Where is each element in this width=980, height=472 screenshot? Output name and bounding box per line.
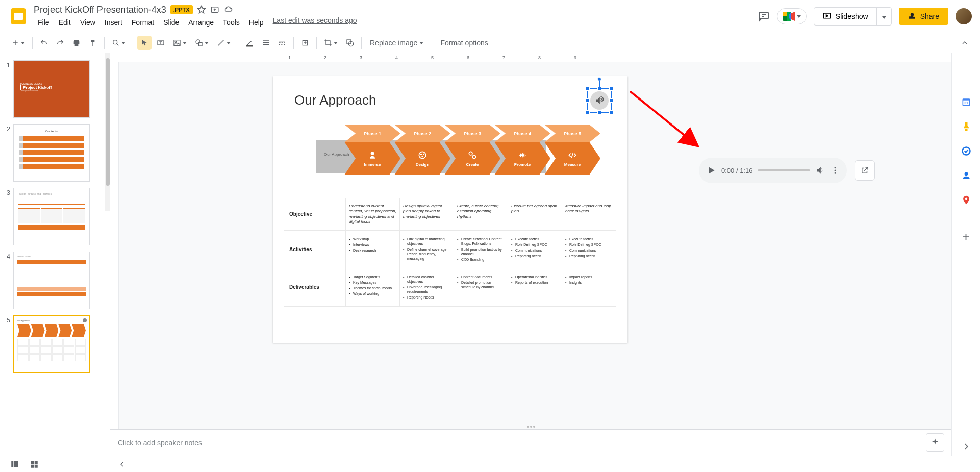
menu-help[interactable]: Help xyxy=(245,16,268,29)
keep-icon[interactable] xyxy=(961,121,971,132)
meet-button[interactable] xyxy=(777,8,807,24)
svg-point-11 xyxy=(196,40,200,44)
menu-edit[interactable]: Edit xyxy=(55,16,75,29)
filmstrip-view-icon[interactable] xyxy=(10,460,19,469)
shape-tool[interactable] xyxy=(192,36,212,50)
svg-rect-35 xyxy=(14,461,18,467)
slide-thumb-1[interactable]: 1 BUSINESS DECKS Project Kickoff Lorem i… xyxy=(5,60,110,118)
audio-track[interactable] xyxy=(758,169,810,171)
svg-point-20 xyxy=(423,154,424,155)
user-avatar[interactable] xyxy=(956,8,972,24)
audio-object[interactable] xyxy=(590,91,609,110)
svg-rect-6 xyxy=(909,16,912,16)
collapse-toolbar-button[interactable] xyxy=(958,36,972,50)
svg-point-22 xyxy=(469,152,472,155)
svg-point-23 xyxy=(472,155,476,159)
toolbar: Replace image Format options xyxy=(0,33,980,53)
new-slide-button[interactable] xyxy=(8,36,28,50)
header: Project KickOff Presentation-4x3 .PPTX F… xyxy=(0,0,980,33)
notes-placeholder: Click to add speaker notes xyxy=(118,439,202,447)
paint-format-button[interactable] xyxy=(86,36,100,50)
menu-view[interactable]: View xyxy=(76,16,99,29)
speaker-notes[interactable]: Click to add speaker notes xyxy=(110,429,952,456)
popout-button[interactable] xyxy=(855,160,875,181)
tasks-icon[interactable] xyxy=(961,146,971,156)
border-weight-button[interactable] xyxy=(259,36,273,50)
slide-thumb-5[interactable]: 5 Our Approach xyxy=(5,315,110,373)
mask-button[interactable] xyxy=(343,36,357,50)
textbox-tool[interactable] xyxy=(154,36,168,50)
border-dash-button[interactable] xyxy=(275,36,289,50)
move-icon[interactable] xyxy=(210,5,219,14)
select-tool[interactable] xyxy=(137,36,152,50)
doc-title[interactable]: Project KickOff Presentation-4x3 xyxy=(34,5,166,15)
slide-canvas[interactable]: Our Approach Our Approach Phase 1 Immers… xyxy=(273,76,627,343)
slide-title[interactable]: Our Approach xyxy=(294,92,376,108)
menu-bar: File Edit View Insert Format Slide Arran… xyxy=(34,16,758,29)
star-icon[interactable] xyxy=(197,5,206,14)
comments-icon[interactable] xyxy=(758,10,770,22)
slides-logo[interactable] xyxy=(8,6,29,27)
menu-arrange[interactable]: Arrange xyxy=(184,16,218,29)
share-label: Share xyxy=(920,12,939,20)
audio-player: 0:00 / 1:16 xyxy=(699,158,847,183)
undo-button[interactable] xyxy=(37,36,51,50)
rotate-handle[interactable] xyxy=(597,77,601,81)
format-options-button[interactable]: Format options xyxy=(436,37,492,49)
menu-slide[interactable]: Slide xyxy=(159,16,183,29)
print-button[interactable] xyxy=(69,36,84,50)
phase-5[interactable]: Phase 5 Measure xyxy=(544,125,600,188)
sidepanel-collapse-icon[interactable] xyxy=(961,441,971,452)
slide-thumb-3[interactable]: 3 Project Purpose and Priorities xyxy=(5,188,110,245)
svg-rect-38 xyxy=(31,464,34,467)
menu-file[interactable]: File xyxy=(34,16,54,29)
volume-icon[interactable] xyxy=(815,165,825,176)
bottom-bar xyxy=(0,456,980,472)
svg-text:31: 31 xyxy=(964,101,968,105)
svg-rect-39 xyxy=(35,464,38,467)
crop-button[interactable] xyxy=(321,36,341,50)
cloud-icon[interactable] xyxy=(223,5,233,14)
calendar-icon[interactable]: 31 xyxy=(961,97,971,107)
slide-thumb-4[interactable]: 4 Project Charter xyxy=(5,252,110,309)
phase-2[interactable]: Phase 2 Design xyxy=(394,125,450,188)
filmstrip[interactable]: 1 BUSINESS DECKS Project Kickoff Lorem i… xyxy=(0,53,110,472)
image-tool[interactable] xyxy=(170,36,190,50)
phase-3[interactable]: Phase 3 Create xyxy=(444,125,500,188)
maps-icon[interactable] xyxy=(961,195,971,205)
audio-more-icon[interactable] xyxy=(831,166,840,175)
approach-matrix[interactable]: Objective Understand current context, va… xyxy=(284,198,616,307)
explore-button[interactable] xyxy=(926,433,944,452)
line-tool[interactable] xyxy=(214,36,234,50)
slideshow-button[interactable]: Slideshow xyxy=(814,8,877,25)
selection-box xyxy=(587,88,612,113)
border-color-button[interactable] xyxy=(242,36,257,50)
notes-resize-handle[interactable] xyxy=(527,426,535,428)
slideshow-dropdown[interactable] xyxy=(877,8,891,25)
svg-point-7 xyxy=(113,40,117,44)
contacts-icon[interactable] xyxy=(961,170,971,181)
workspace: 1 BUSINESS DECKS Project Kickoff Lorem i… xyxy=(0,53,980,472)
replace-image-button[interactable]: Replace image xyxy=(366,37,428,49)
svg-line-24 xyxy=(630,91,696,145)
last-edit-link[interactable]: Last edit was seconds ago xyxy=(273,16,357,29)
svg-point-32 xyxy=(964,172,968,176)
zoom-button[interactable] xyxy=(109,36,129,50)
svg-rect-13 xyxy=(246,45,253,46)
share-button[interactable]: Share xyxy=(899,8,948,25)
canvas-area[interactable]: 123 456 789 Our Approach Our Approach Ph… xyxy=(110,53,980,472)
play-button[interactable] xyxy=(706,165,716,176)
phase-4[interactable]: Phase 4 Promote xyxy=(494,125,550,188)
svg-rect-9 xyxy=(174,40,180,46)
menu-format[interactable]: Format xyxy=(128,16,158,29)
redo-button[interactable] xyxy=(53,36,67,50)
slide-thumb-2[interactable]: 2 Contents xyxy=(5,124,110,182)
grid-view-icon[interactable] xyxy=(30,460,39,469)
motion-button[interactable] xyxy=(298,36,312,50)
slideshow-label: Slideshow xyxy=(836,12,868,20)
menu-insert[interactable]: Insert xyxy=(100,16,127,29)
addons-button[interactable]: + xyxy=(962,230,969,244)
menu-tools[interactable]: Tools xyxy=(219,16,244,29)
filmstrip-collapse-icon[interactable] xyxy=(118,460,126,468)
phase-1[interactable]: Phase 1 Immerse xyxy=(344,125,400,188)
